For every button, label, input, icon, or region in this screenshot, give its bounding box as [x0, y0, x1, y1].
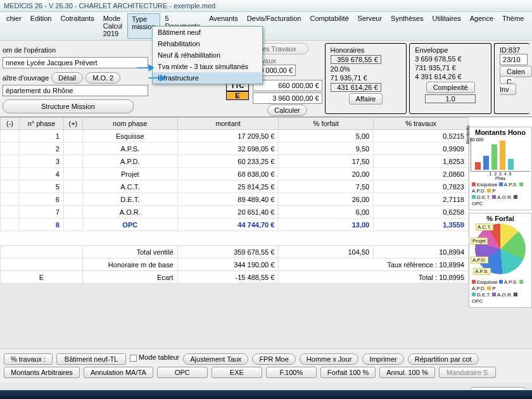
- menu-syntheses[interactable]: Synthèses: [387, 13, 427, 39]
- homme-jour-button[interactable]: Homme x Jour: [300, 353, 359, 365]
- bar-chart-xticks: 1 2 3 4 5: [471, 172, 530, 176]
- value-3960k-input[interactable]: [253, 92, 322, 104]
- calculer-button[interactable]: Calculer: [267, 104, 307, 116]
- pie-label-act: A.C.T.: [476, 224, 493, 231]
- mo-detail-button[interactable]: Détail: [51, 72, 83, 84]
- mandataire-button[interactable]: Mandataire S: [439, 367, 496, 378]
- fpr-moe-button[interactable]: FPR Moe: [252, 353, 295, 365]
- col-nphase[interactable]: n° phase: [19, 118, 63, 130]
- honoraires-title: Honoraires: [331, 46, 402, 54]
- table-row[interactable]: 3A.P.D.60 233,25 €17,501,8253: [1, 155, 469, 168]
- sum-row-honoraire: Honoraire m de base 344 190,00 € Taux ré…: [1, 258, 469, 271]
- menu-serveur[interactable]: Serveur: [354, 13, 386, 39]
- hono-v3: 71 935,71 €: [331, 74, 367, 82]
- affaire-button[interactable]: Affaire: [349, 93, 383, 104]
- bar-chart-bars: 80 000: [471, 137, 530, 172]
- pie-label-apd: A.P.D.: [471, 256, 488, 263]
- table-row[interactable]: 8OPC44 744,70 €13,001,3559: [1, 218, 469, 231]
- menu-modecalcul[interactable]: Mode Calcul 2019: [99, 13, 127, 39]
- cinv-button[interactable]: C. Inv: [500, 76, 516, 95]
- col-minus[interactable]: (-): [1, 118, 20, 130]
- value-660k-input[interactable]: [253, 80, 322, 91]
- dropdown-item-tva-mixte[interactable]: Tva mixte - 3 taux simultanés: [153, 61, 262, 72]
- annul100-button[interactable]: Annul. 100 %: [379, 367, 434, 378]
- footer-decoration: [0, 390, 532, 399]
- pie-chart-title: % Forfai: [471, 215, 530, 222]
- id-panel: ID:837 Calen C. Inv: [494, 43, 529, 114]
- bar-5: [508, 159, 514, 170]
- col-plus[interactable]: (+): [63, 118, 82, 130]
- menu-cotraitants[interactable]: Cotraitants: [56, 13, 98, 39]
- opc-button[interactable]: OPC: [157, 367, 208, 378]
- structure-mission-button[interactable]: Structure Mission: [3, 99, 134, 113]
- bar-chart-ylabel: Montants: [466, 125, 470, 144]
- bar-2: [483, 156, 489, 170]
- menu-compta[interactable]: Comptabilité: [306, 13, 352, 39]
- exe-button[interactable]: EXE: [212, 367, 262, 378]
- pie-label-projet: Projet: [471, 238, 488, 244]
- hono-v1: 359 678,55 €: [331, 55, 381, 64]
- bar-3: [491, 144, 497, 170]
- table-row[interactable]: 2A.P.S.32 698,05 €9,500,9909: [1, 142, 469, 155]
- f100-button[interactable]: F.100%: [266, 367, 317, 378]
- col-travaux[interactable]: % travaux: [374, 118, 469, 130]
- bar-chart-xlabel: Phas: [471, 176, 530, 180]
- complexite-value: 1.0: [425, 94, 476, 103]
- bar-chart: Montants Hono Montants 80 000 1 2 3 4 5 …: [469, 127, 532, 210]
- env-v2: 731 935,71 €: [415, 64, 455, 72]
- operation-label: om de l'opération: [3, 46, 56, 54]
- mode-tableur-checkbox[interactable]: Mode tableur: [130, 353, 179, 365]
- dropdown-item-rehabilitation[interactable]: Réhabilitation: [153, 38, 262, 49]
- menu-bar: chier Edition Cotraitants Mode Calcul 20…: [0, 12, 532, 41]
- enveloppe-panel: Enveloppe 3 659 678,55 € 731 935,71 € 4 …: [409, 43, 491, 114]
- menu-theme[interactable]: Thème: [498, 13, 528, 39]
- col-forfait[interactable]: % forfait: [279, 118, 374, 130]
- menu-edition[interactable]: Edition: [27, 13, 56, 39]
- menu-agence[interactable]: Agence: [466, 13, 497, 39]
- col-montant[interactable]: montant: [177, 118, 279, 130]
- dropdown-item-infrastructure[interactable]: Infrastructure: [153, 72, 262, 84]
- pie-chart-legend: Esquisse A.P.S. A.P.D. P D.E.T. A.O.R. O…: [471, 278, 530, 306]
- table-row[interactable]: 4Projet68 838,00 €20,002,0860: [1, 168, 469, 180]
- menu-help[interactable]: ?: [529, 13, 532, 39]
- env-v3: 4 391 614,26 €: [415, 73, 461, 80]
- dropdown-item-neuf-rehab[interactable]: Neuf & réhabilitation: [153, 49, 262, 61]
- departement-input[interactable]: [3, 85, 148, 96]
- id-label: ID:837: [500, 46, 524, 54]
- pie-label-aps: A.P.S.: [473, 268, 491, 275]
- complexite-button[interactable]: Complexité: [426, 82, 475, 93]
- bar-chart-title: Montants Hono: [471, 129, 530, 136]
- montants-arbitraires-button[interactable]: Montants Arbitraires: [4, 367, 80, 378]
- maitre-ouvrage-label: aître d'ouvrage: [3, 74, 49, 82]
- pie-chart: % Forfai A.C.T. Projet A.P.D. A.P.S. Esq…: [469, 213, 532, 308]
- phases-table: (-) n° phase (+) nom phase montant % for…: [0, 117, 469, 231]
- window-title: MEDICIS 26 - V 26.30 - CHARLET ARCHITECT…: [0, 0, 532, 12]
- col-nomphase[interactable]: nom phase: [82, 118, 177, 130]
- bar-1: [475, 162, 481, 170]
- dropdown-item-batiment-neuf[interactable]: Bâtiment neuf: [153, 27, 262, 38]
- bar-4: [500, 141, 505, 170]
- menu-fichier[interactable]: chier: [3, 13, 25, 39]
- type-mission-dropdown: Bâtiment neuf Réhabilitation Neuf & réha…: [152, 26, 263, 84]
- honoraires-panel: Honoraires 359 678,55 € 20.0% 71 935,71 …: [325, 43, 407, 114]
- operation-name-input[interactable]: [3, 57, 148, 68]
- date-input[interactable]: [500, 54, 528, 65]
- pct-travaux-button[interactable]: % travaux :: [4, 353, 53, 365]
- table-row[interactable]: 6D.E.T.89 489,40 €26,002,7118: [1, 193, 469, 206]
- annulation-mata-button[interactable]: Annulation MA/TA: [84, 367, 153, 378]
- enveloppe-title: Enveloppe: [415, 46, 486, 54]
- mo2-button[interactable]: M.O. 2: [86, 72, 120, 84]
- menu-utilitaires[interactable]: Utilitaires: [428, 13, 464, 39]
- table-row[interactable]: 5A.C.T.25 814,25 €7,500,7823: [1, 180, 469, 193]
- ajustement-taux-button[interactable]: Ajustement Taux: [183, 353, 248, 365]
- batiment-neuf-button[interactable]: Bâtiment neuf-TL: [56, 353, 126, 365]
- hono-v4: 431 614,26 €: [331, 83, 381, 92]
- hono-pct: 20.0%: [331, 65, 350, 73]
- imprimer-button[interactable]: Imprimer: [362, 353, 403, 365]
- repartition-cot-button[interactable]: Répartition par cot: [408, 353, 479, 365]
- forfait100-button[interactable]: Forfait 100 %: [320, 367, 376, 378]
- bar-chart-ytick: 80 000: [470, 137, 483, 142]
- table-row[interactable]: 7A.O.R.20 651,40 €6,000,6258: [1, 206, 469, 218]
- table-row[interactable]: 1Esquisse17 209,50 €5,000,5215: [1, 130, 469, 142]
- summary-table: Total ventilé 359 678,55 € 104,50 10,899…: [0, 245, 469, 284]
